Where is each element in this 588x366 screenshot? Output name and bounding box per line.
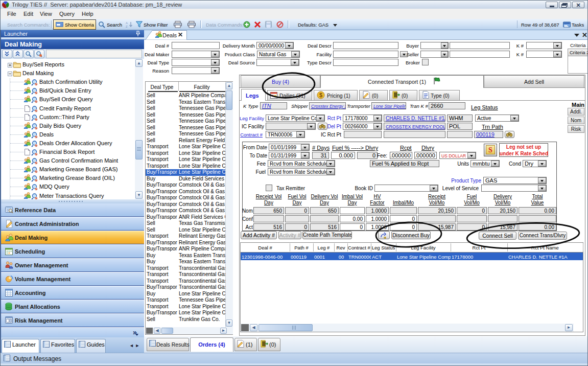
svg-text:A: A [126, 21, 128, 25]
svg-text:$: $ [319, 92, 322, 98]
svg-text:Z: Z [126, 25, 128, 28]
